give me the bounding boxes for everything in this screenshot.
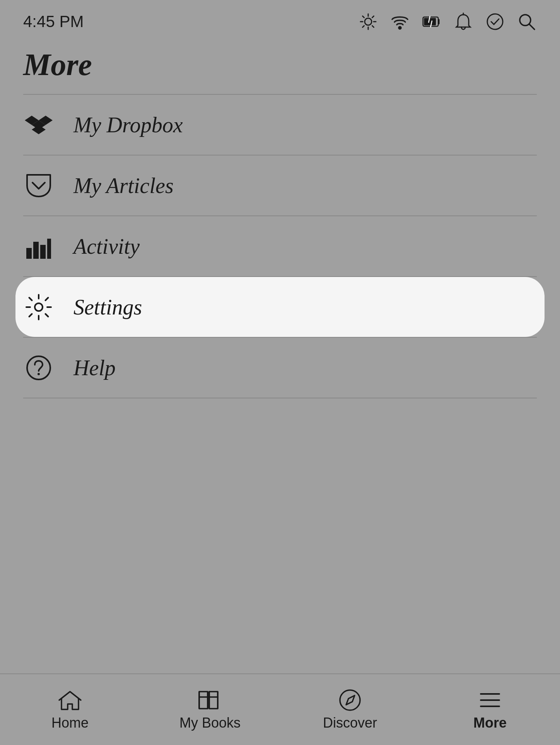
svg-rect-27 [209,692,218,709]
bottom-nav: Home My Books Discover [0,673,560,745]
sync-icon [485,12,505,32]
dropbox-icon [23,109,54,140]
svg-point-30 [340,690,360,710]
discover-icon [336,689,364,712]
svg-point-9 [399,27,401,29]
svg-line-6 [372,26,374,27]
svg-rect-11 [424,18,436,26]
svg-line-7 [372,16,374,18]
nav-mybooks-label: My Books [179,715,241,731]
svg-point-16 [487,14,503,29]
dropbox-label: My Dropbox [73,113,183,137]
menu-item-dropbox[interactable]: My Dropbox [0,95,560,155]
menu-item-activity[interactable]: Activity [0,216,560,276]
activity-label: Activity [73,234,140,259]
nav-item-home[interactable]: Home [0,674,140,745]
time-display: 4:45 PM [23,12,84,31]
status-icons [358,12,537,32]
nav-item-discover[interactable]: Discover [280,674,420,745]
more-icon [476,689,504,712]
menu-list: My Dropbox My Articles Activity [0,95,560,398]
notification-icon [453,12,473,32]
divider-5 [23,398,537,398]
svg-point-24 [27,356,50,379]
svg-point-23 [35,303,43,311]
brightness-icon [358,12,378,32]
activity-icon [23,231,54,262]
status-bar: 4:45 PM [0,0,560,39]
page-title: More [0,39,560,94]
svg-line-5 [363,16,364,18]
menu-item-articles[interactable]: My Articles [0,155,560,215]
help-label: Help [73,355,116,380]
svg-rect-21 [40,245,46,259]
nav-item-mybooks[interactable]: My Books [140,674,280,745]
svg-line-18 [529,24,534,29]
svg-point-25 [38,373,40,375]
search-icon[interactable] [517,12,537,32]
home-icon [56,689,84,712]
svg-point-0 [365,18,372,25]
svg-rect-26 [199,692,208,709]
svg-line-8 [363,26,364,27]
settings-label: Settings [73,295,142,320]
menu-item-settings[interactable]: Settings [15,277,545,337]
nav-more-label: More [473,715,507,731]
nav-item-more[interactable]: More [420,674,560,745]
nav-discover-label: Discover [323,715,377,731]
svg-rect-19 [26,248,32,259]
wifi-icon [390,12,410,32]
menu-item-help[interactable]: Help [0,338,560,398]
books-icon [196,689,224,712]
battery-icon [422,12,442,32]
articles-label: My Articles [73,173,174,198]
nav-home-label: Home [51,715,89,731]
svg-rect-22 [47,239,51,259]
settings-icon [23,292,54,323]
svg-rect-20 [33,242,39,259]
pocket-icon [23,170,54,201]
help-icon [23,352,54,383]
